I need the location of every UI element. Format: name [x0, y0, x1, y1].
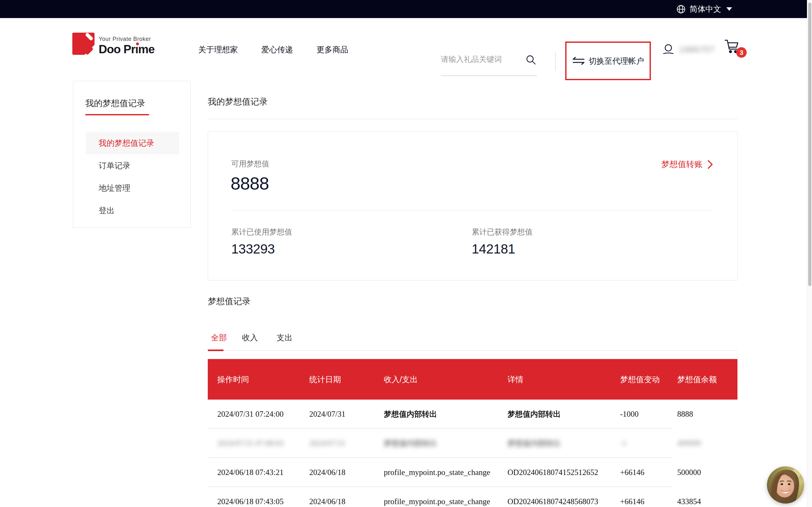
card-divider	[231, 210, 713, 211]
header: Your Private Broker Doo Prıme 关于理想家 爱心传递…	[0, 18, 812, 81]
available-points-label: 可用梦想值	[231, 159, 269, 169]
sidebar-item-logout[interactable]: 登出	[86, 199, 179, 222]
support-chat-avatar[interactable]	[767, 466, 804, 504]
user-icon	[662, 43, 675, 56]
page-title: 我的梦想值记录	[208, 96, 268, 107]
scrollbar-thumb[interactable]	[808, 3, 811, 286]
records-tabs: 全部 收入 支出	[208, 331, 738, 351]
table-row: 2024/06/18 07:43:21 2024/06/18 profile_m…	[208, 458, 738, 487]
used-points-value: 133293	[231, 241, 292, 257]
sidebar: 我的梦想值记录 我的梦想值记录 订单记录 地址管理 登出	[73, 81, 191, 228]
cell-type: 梦想值内部转出	[384, 409, 507, 419]
page-scrollbar[interactable]	[807, 0, 812, 507]
tab-expense[interactable]: 支出	[276, 332, 293, 343]
available-points-value: 8888	[231, 173, 269, 193]
language-selector[interactable]: 简体中文	[676, 0, 732, 18]
summary-card: 可用梦想值 8888 梦想值转账 累计已使用梦想值 133293 累计已获得梦想…	[208, 131, 738, 280]
col-operation-time: 操作时间	[208, 374, 309, 385]
cell-date: 2024/06/18	[309, 468, 384, 477]
top-bar: 简体中文	[0, 0, 812, 18]
cell-change: -1	[620, 439, 677, 448]
tab-income[interactable]: 收入	[242, 332, 258, 343]
cell-detail: OD20240618074152512652	[507, 468, 620, 477]
cell-type: 梦想值内部转出	[384, 438, 507, 448]
cell-balance: 8888	[677, 410, 738, 418]
nav-item-about[interactable]: 关于理想家	[198, 44, 238, 55]
cell-detail: OD20240618074248568073	[507, 497, 620, 506]
earned-points-label: 累计已获得梦想值	[472, 227, 532, 237]
cell-time: 2024/07/31 07:08:03	[208, 439, 309, 448]
records-section-title: 梦想值记录	[208, 296, 251, 307]
sidebar-item-my-dream-points[interactable]: 我的梦想值记录	[86, 132, 179, 154]
cell-balance: 433854	[677, 497, 738, 506]
used-points-label: 累计已使用梦想值	[231, 227, 292, 237]
logo-tagline: Your Private Broker	[99, 36, 154, 43]
cart-button[interactable]: 3	[722, 37, 745, 66]
active-tab-underline	[208, 349, 223, 351]
earned-points-value: 142181	[472, 241, 532, 257]
avatar-photo	[767, 466, 804, 504]
col-points-balance: 梦想值余额	[677, 374, 738, 385]
switch-to-agent-account-button[interactable]: 切换至代理帐户	[565, 42, 651, 80]
sidebar-item-address-management[interactable]: 地址管理	[86, 177, 179, 199]
points-transfer-label: 梦想值转账	[661, 159, 703, 170]
cell-change: +66146	[620, 468, 677, 477]
brand-logo[interactable]: Your Private Broker Doo Prıme	[72, 33, 154, 56]
cell-date: 2024/07/31	[309, 410, 384, 418]
page: 简体中文 Your Private Broker Doo Prıme 关于理想家…	[0, 0, 812, 507]
language-label: 简体中文	[690, 4, 721, 14]
chevron-right-icon	[707, 160, 713, 169]
title-divider	[208, 119, 738, 119]
switch-account-label: 切换至代理帐户	[589, 56, 644, 66]
used-points-stat: 累计已使用梦想值 133293	[231, 227, 292, 257]
cell-change: +66146	[620, 497, 677, 506]
cell-type: profile_mypoint.po_state_change	[384, 468, 507, 477]
sidebar-menu: 我的梦想值记录 订单记录 地址管理 登出	[73, 132, 190, 222]
col-details: 详情	[507, 374, 620, 385]
globe-icon	[676, 4, 686, 14]
user-account[interactable]: 1986707	[662, 18, 715, 81]
table-row: 2024/07/31 07:24:00 2024/07/31 梦想值内部转出 梦…	[208, 400, 738, 429]
search-input[interactable]	[441, 45, 522, 73]
earned-points-stat: 累计已获得梦想值 142181	[472, 227, 532, 257]
cell-date: 2024/06/18	[309, 497, 384, 506]
col-points-change: 梦想值变动	[620, 374, 677, 385]
cell-type: profile_mypoint.po_state_change	[384, 497, 507, 506]
search-icon[interactable]	[525, 55, 537, 65]
table-header-row: 操作时间 统计日期 收入/支出 详情 梦想值变动 梦想值余额	[208, 359, 738, 400]
nav-item-charity[interactable]: 爱心传递	[261, 44, 293, 55]
cell-detail: 梦想值内部转出	[507, 409, 620, 419]
points-transfer-link[interactable]: 梦想值转账	[661, 159, 713, 170]
cell-change: -1000	[620, 410, 677, 418]
tab-all[interactable]: 全部	[211, 332, 227, 343]
cell-detail: 梦想值内部转出	[507, 438, 620, 448]
chevron-down-icon	[726, 7, 732, 11]
swap-arrows-icon	[572, 56, 585, 66]
col-stat-date: 统计日期	[309, 374, 384, 385]
sidebar-title: 我的梦想值记录	[85, 98, 190, 109]
header-divider	[555, 52, 556, 71]
sidebar-title-underline	[85, 114, 149, 115]
cell-balance: 499999	[677, 439, 738, 448]
nav-item-more-products[interactable]: 更多商品	[316, 44, 348, 55]
logo-brand: Doo Prıme	[99, 43, 154, 56]
main-nav: 关于理想家 爱心传递 更多商品	[198, 18, 348, 81]
cell-time: 2024/06/18 07:43:21	[208, 468, 309, 477]
sidebar-item-order-history[interactable]: 订单记录	[86, 154, 179, 177]
doo-prime-logo-icon	[72, 33, 95, 55]
records-table: 操作时间 统计日期 收入/支出 详情 梦想值变动 梦想值余额 2024/07/3…	[208, 359, 738, 507]
cell-balance: 500000	[677, 468, 738, 477]
table-row-blurred: 2024/07/31 07:08:03 2024/07/31 梦想值内部转出 梦…	[208, 429, 738, 458]
cell-time: 2024/06/18 07:43:05	[208, 497, 309, 506]
logo-text: Your Private Broker Doo Prıme	[99, 33, 154, 56]
cell-date: 2024/07/31	[309, 439, 384, 448]
cart-count-badge: 3	[736, 47, 747, 58]
col-income-expense: 收入/支出	[384, 374, 507, 385]
cell-time: 2024/07/31 07:24:00	[208, 410, 309, 418]
gift-search	[441, 45, 537, 76]
table-row: 2024/06/18 07:43:05 2024/06/18 profile_m…	[208, 487, 738, 507]
username-blurred: 1986707	[679, 45, 715, 54]
